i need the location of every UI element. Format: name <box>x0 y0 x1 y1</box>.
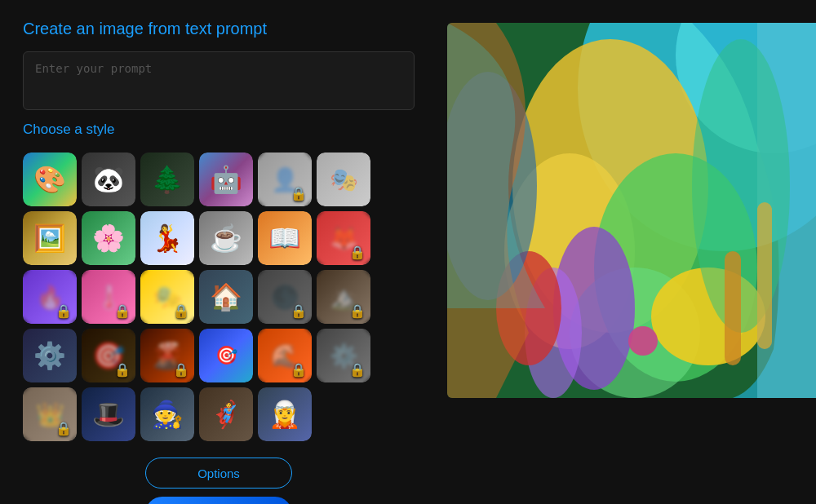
style-tile-22[interactable]: 🎯 <box>199 329 253 382</box>
style-tile-20[interactable]: 🎯 🔒 <box>82 329 135 382</box>
style-tile-4[interactable]: 🤖 <box>199 153 253 206</box>
style-tile-9[interactable]: 💃 <box>140 211 194 265</box>
svg-rect-15 <box>757 202 772 349</box>
choose-style-label: Choose a style <box>23 122 415 138</box>
buttons-row: Options Generate <box>23 458 415 504</box>
style-tile-7[interactable]: 🖼️ <box>23 211 77 265</box>
style-tile-13[interactable]: 🔥 🔒 <box>23 270 77 324</box>
style-tile-11[interactable]: 📖 <box>258 211 312 265</box>
style-tile-18[interactable]: 🏔️ 🔒 <box>317 270 370 324</box>
style-tile-2[interactable]: 🐼 <box>82 153 135 206</box>
style-tile-29[interactable]: 🧝 <box>258 387 312 441</box>
style-tile-14[interactable]: 🌡️ 🔒 <box>82 270 135 324</box>
style-tile-17[interactable]: 🌑 🔒 <box>258 270 312 324</box>
style-tile-21[interactable]: 🌋 🔒 <box>140 329 194 382</box>
generated-image <box>447 23 816 398</box>
styles-grid: 🎨 🐼 🌲 🤖 👤 🔒 🎭 <box>23 153 415 441</box>
style-tile-3[interactable]: 🌲 <box>140 153 194 206</box>
style-tile-6[interactable]: 🎭 <box>317 153 370 206</box>
generate-button[interactable]: Generate <box>145 497 292 504</box>
style-tile-8[interactable]: 🌸 <box>82 211 135 265</box>
art-svg <box>447 23 816 398</box>
right-panel <box>447 20 816 398</box>
style-tile-19[interactable]: ⚙️ <box>23 329 77 382</box>
style-tile-26[interactable]: 🎩 <box>82 387 135 441</box>
style-tile-24[interactable]: ⚙️ 🔒 <box>317 329 370 382</box>
style-tile-15[interactable]: 🎭 🔒 <box>140 270 194 324</box>
style-tile-23[interactable]: 🌊 🔒 <box>258 329 312 382</box>
options-button[interactable]: Options <box>145 458 292 489</box>
style-tile-1[interactable]: 🎨 <box>23 153 77 206</box>
prompt-input[interactable] <box>23 51 415 110</box>
style-tile-25[interactable]: 👑 🔒 <box>23 387 77 441</box>
svg-rect-14 <box>725 251 741 365</box>
left-panel: Create an image from text prompt Choose … <box>23 20 415 504</box>
style-tile-10[interactable]: ☕ <box>199 211 253 265</box>
style-tile-5[interactable]: 👤 🔒 <box>258 153 312 206</box>
style-tile-16[interactable]: 🏠 <box>199 270 253 324</box>
style-tile-12[interactable]: 🦊 🔒 <box>317 211 370 265</box>
svg-point-16 <box>628 326 658 356</box>
style-tile-28[interactable]: 🦸 <box>199 387 253 441</box>
page-title: Create an image from text prompt <box>23 20 415 38</box>
style-tile-27[interactable]: 🧙 <box>140 387 194 441</box>
